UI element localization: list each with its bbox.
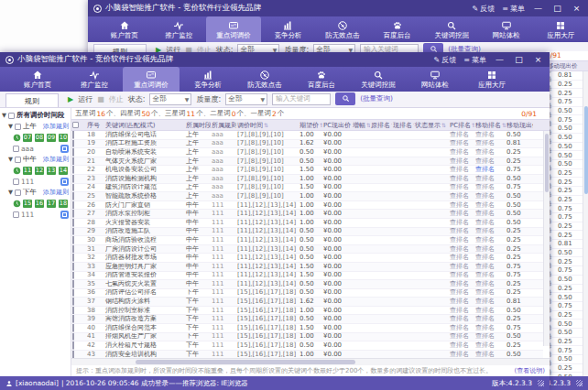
- collapse-icon[interactable]: ▼: [8, 123, 13, 130]
- checkbox[interactable]: [15, 124, 21, 130]
- toolbar-item-bidword[interactable]: 重点词调价: [123, 67, 180, 92]
- pc-rank-link[interactable]: 查排名: [449, 324, 474, 332]
- checkbox[interactable]: [72, 219, 74, 227]
- checkbox[interactable]: [13, 179, 19, 185]
- table-row[interactable]: 32消防器材批发市场中午111[11],[12],[13],[14]0.50¥0…: [71, 254, 543, 263]
- add-rule-link[interactable]: 添加规则: [43, 155, 69, 164]
- minimize-button[interactable]: —: [532, 3, 544, 14]
- table-row[interactable]: 42消火栓箱尺寸规格下午111[15],[16],[17],[18]0.50¥0…: [71, 341, 543, 351]
- column-header[interactable]: 所属时段⇅: [185, 121, 211, 130]
- add-rule-link[interactable]: 添加规则: [43, 188, 69, 197]
- checkbox[interactable]: [72, 245, 74, 254]
- table-row[interactable]: 40消防维保合同范本下午111[15],[16],[17],[18]1.50¥0…: [71, 324, 543, 333]
- table-row[interactable]: 38消防控制室标准下午111[15],[16],[17],[18]1.00¥0.…: [71, 307, 543, 316]
- search-button[interactable]: [335, 92, 355, 105]
- feedback-button[interactable]: ✎ 反馈: [434, 55, 457, 65]
- minimize-button[interactable]: —: [494, 54, 506, 65]
- table-row[interactable]: 35七氟丙烷灭火装置中午111[11],[12],[13],[14]0.50¥0…: [71, 280, 543, 289]
- table-row[interactable]: 18消防维保公司电话上午aaa[7],[8],[9],[10]1.00¥0.00…: [71, 131, 543, 140]
- mobile-rank-link[interactable]: 查排名: [474, 298, 506, 306]
- checkbox[interactable]: [72, 324, 74, 332]
- column-header[interactable]: 移动排名⇅: [474, 121, 506, 130]
- table-row[interactable]: 22机电设备安装公司上午aaa[7],[8],[9],[10]1.50¥0.00…: [71, 166, 543, 175]
- pc-rank-link[interactable]: 查排名: [449, 228, 474, 236]
- toolbar-item-magnifier[interactable]: 关键词挖掘: [424, 16, 479, 42]
- pc-rank-link[interactable]: 查排名: [449, 307, 474, 315]
- toolbar-item-bidword[interactable]: 重点词调价: [206, 16, 261, 42]
- close-button[interactable]: ×: [571, 3, 583, 14]
- maximize-button[interactable]: □: [551, 3, 563, 14]
- pc-rank-link[interactable]: 查排名: [449, 298, 474, 306]
- checkbox[interactable]: [72, 157, 74, 166]
- pc-rank-link[interactable]: 查排名: [449, 341, 474, 350]
- mobile-rank-link[interactable]: 查排名: [474, 263, 506, 271]
- mobile-rank-link[interactable]: 查排名: [474, 166, 506, 174]
- pc-rank-link[interactable]: 查排名: [449, 157, 474, 166]
- mobile-rank-link[interactable]: 查排名: [474, 254, 506, 262]
- column-header[interactable]: 增幅⇅: [352, 121, 370, 130]
- checkbox[interactable]: [13, 211, 19, 218]
- horizontal-scrollbar[interactable]: [71, 358, 550, 365]
- toolbar-item-block[interactable]: 防无效点击: [315, 16, 370, 42]
- table-row[interactable]: 26防火门厂家直销中午111[11],[12],[13],[14]1.00¥0.…: [71, 201, 543, 211]
- sort-icon[interactable]: ⇅: [441, 122, 446, 128]
- checkbox[interactable]: [72, 175, 74, 183]
- table-row[interactable]: 29消防改造施工队中午111[11],[12],[13],[14]0.50¥0.…: [71, 228, 543, 237]
- checkbox[interactable]: [72, 341, 74, 350]
- table-row[interactable]: 37钢结构防火涂料下午111[15],[16],[17],[18]1.62¥0.…: [71, 298, 543, 307]
- table-row[interactable]: 25智能疏散系统价格上午aaa[7],[8],[9],[10]1.00¥0.00…: [71, 192, 543, 201]
- pc-rank-link[interactable]: 查排名: [449, 236, 474, 244]
- table-row[interactable]: 23消防设施检测机构上午aaa[7],[8],[9],[10]1.00¥0.00…: [71, 175, 543, 184]
- checkbox[interactable]: [72, 280, 74, 288]
- table-row[interactable]: 39宾馆消防改造方案下午111[15],[16],[17],[18]0.50¥0…: [71, 315, 543, 324]
- pc-rank-link[interactable]: 查排名: [449, 140, 474, 148]
- tree-rule-item[interactable]: 111: [2, 176, 69, 187]
- checkbox[interactable]: [13, 146, 19, 152]
- mobile-rank-link[interactable]: 查排名: [474, 157, 506, 166]
- pc-rank-link[interactable]: 查排名: [449, 263, 474, 271]
- maximize-button[interactable]: □: [513, 54, 525, 65]
- toolbar-item-compete[interactable]: 竞争分析: [261, 16, 316, 42]
- mobile-rank-link[interactable]: 查排名: [474, 315, 506, 323]
- checkbox[interactable]: [72, 263, 74, 271]
- table-row[interactable]: 41排烟风机生产厂家下午111[15],[16],[17],[18]1.00¥0…: [71, 333, 543, 342]
- toolbar-item-compete[interactable]: 竞争分析: [180, 67, 236, 92]
- stop-button[interactable]: 停止: [109, 94, 124, 104]
- mobile-rank-link[interactable]: 查排名: [474, 351, 506, 358]
- checkbox[interactable]: [72, 131, 74, 139]
- toolbar-item-grid[interactable]: 应用大厅: [463, 67, 520, 92]
- pc-rank-link[interactable]: 查排名: [449, 254, 474, 262]
- tree-group-0[interactable]: ▼上午添加规则: [2, 121, 69, 132]
- tree-root-item[interactable]: ▼所有调价时间段: [2, 110, 69, 121]
- mobile-rank-link[interactable]: 查排名: [474, 131, 506, 139]
- pc-rank-link[interactable]: 查排名: [449, 166, 474, 174]
- table-row[interactable]: 21气体灭火系统厂家上午aaa[7],[8],[9],[10]0.50¥0.00…: [71, 157, 543, 167]
- toolbar-item-monitor[interactable]: 网站体检: [407, 67, 463, 92]
- pc-rank-link[interactable]: 查排名: [449, 192, 474, 200]
- checkbox[interactable]: [72, 148, 74, 157]
- resize-grip[interactable]: [576, 380, 583, 386]
- checkbox[interactable]: [72, 351, 74, 358]
- checkbox[interactable]: [72, 254, 74, 262]
- column-header[interactable]: PC现出价⇅: [322, 121, 352, 130]
- checkbox[interactable]: [72, 315, 74, 323]
- column-header[interactable]: 所属规则⇅: [211, 121, 236, 130]
- mobile-rank-link[interactable]: 查排名: [474, 307, 506, 315]
- pc-rank-link[interactable]: 查排名: [449, 272, 474, 280]
- keyword-search-input[interactable]: 输入关键词: [272, 93, 331, 105]
- toolbar-item-magnifier[interactable]: 关键词挖掘: [350, 67, 407, 92]
- collapse-icon[interactable]: ▼: [8, 189, 13, 196]
- column-header[interactable]: 移动现出价⇅: [506, 121, 533, 130]
- menu-button[interactable]: ≡ 菜单: [463, 55, 486, 65]
- mobile-rank-link[interactable]: 查排名: [474, 175, 506, 183]
- checkbox[interactable]: [8, 113, 15, 119]
- pc-rank-link[interactable]: 查排名: [449, 315, 474, 323]
- mobile-rank-link[interactable]: 查排名: [474, 333, 506, 341]
- checkbox[interactable]: [72, 333, 74, 341]
- checkbox[interactable]: [72, 228, 74, 236]
- add-rule-link[interactable]: 添加规则: [43, 122, 69, 131]
- column-header[interactable]: 调价时间⇅: [236, 121, 299, 130]
- column-header[interactable]: 关键词(匹配模式): [104, 121, 185, 130]
- mobile-rank-link[interactable]: 查排名: [474, 341, 506, 350]
- resize-grip[interactable]: [538, 380, 544, 386]
